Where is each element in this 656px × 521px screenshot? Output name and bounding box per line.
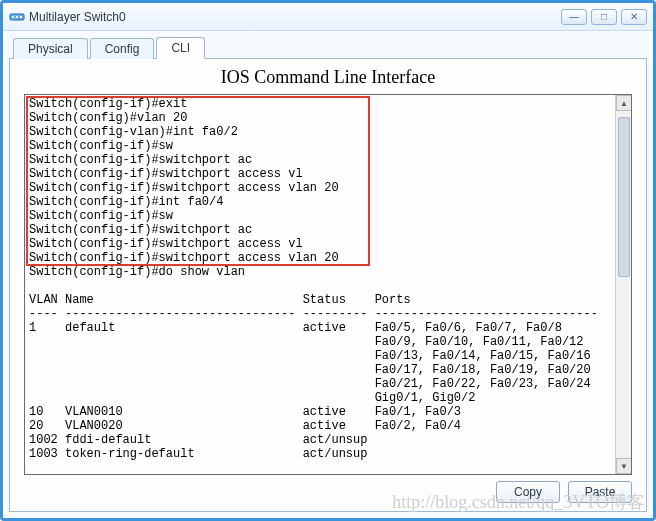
titlebar[interactable]: Multilayer Switch0 — □ ✕ xyxy=(3,3,653,31)
svg-rect-3 xyxy=(20,16,22,18)
svg-rect-1 xyxy=(12,16,14,18)
client-area: Physical Config CLI IOS Command Line Int… xyxy=(3,31,653,518)
scrollbar[interactable]: ▲ ▼ xyxy=(615,95,631,474)
paste-button[interactable]: Paste xyxy=(568,481,632,503)
tab-strip: Physical Config CLI xyxy=(13,35,647,59)
tab-cli[interactable]: CLI xyxy=(156,37,205,59)
svg-rect-2 xyxy=(16,16,18,18)
window-title: Multilayer Switch0 xyxy=(29,10,561,24)
cli-panel: IOS Command Line Interface Switch(config… xyxy=(9,58,647,512)
close-button[interactable]: ✕ xyxy=(621,9,647,25)
tab-config[interactable]: Config xyxy=(90,38,155,59)
scroll-down-button[interactable]: ▼ xyxy=(616,458,632,474)
scroll-thumb[interactable] xyxy=(618,117,630,277)
switch-icon xyxy=(9,9,25,25)
button-row: Copy Paste xyxy=(24,481,632,503)
terminal-wrapper: Switch(config-if)#exit Switch(config)#vl… xyxy=(24,94,632,475)
copy-button[interactable]: Copy xyxy=(496,481,560,503)
window-frame: Multilayer Switch0 — □ ✕ Physical Config… xyxy=(0,0,656,521)
minimize-button[interactable]: — xyxy=(561,9,587,25)
scroll-up-button[interactable]: ▲ xyxy=(616,95,632,111)
window-buttons: — □ ✕ xyxy=(561,9,647,25)
maximize-button[interactable]: □ xyxy=(591,9,617,25)
panel-title: IOS Command Line Interface xyxy=(24,67,632,88)
terminal-output[interactable]: Switch(config-if)#exit Switch(config)#vl… xyxy=(25,95,615,474)
tab-physical[interactable]: Physical xyxy=(13,38,88,59)
